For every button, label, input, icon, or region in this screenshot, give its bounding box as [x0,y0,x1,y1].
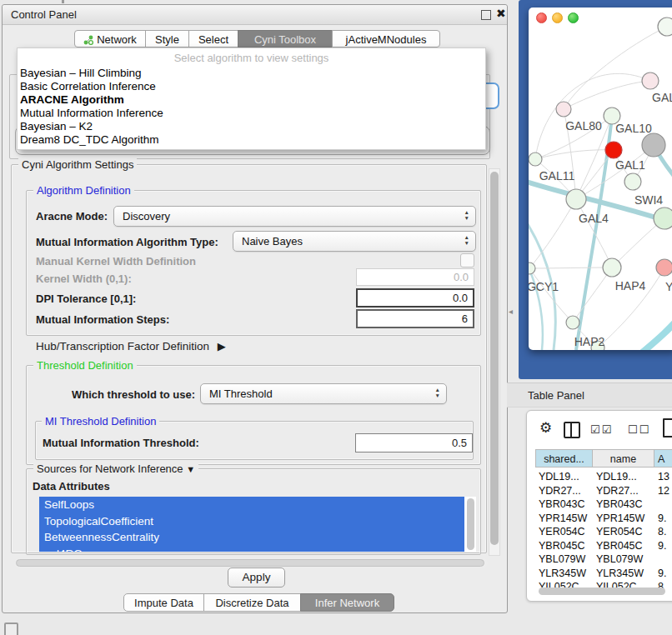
tab-impute-data[interactable]: Impute Data [123,593,204,612]
mi-steps-field[interactable]: 6 [356,309,474,328]
select-all-checks-icon[interactable]: ☑☑ [590,423,613,436]
aracne-mode-combo[interactable]: Discovery ▲▼ [113,206,476,227]
tab-cyni-toolbox[interactable]: Cyni Toolbox [238,30,333,48]
cell[interactable]: YBL079W [596,552,653,567]
cell[interactable]: YLR345W [596,567,653,581]
column-header-name[interactable]: name [592,449,654,468]
hub-section-toggle[interactable]: Hub/Transcription Factor Definition ▶ [36,340,226,352]
table-row[interactable]: YER054C YER054C 8. [535,525,672,539]
node-gal4[interactable] [566,189,586,209]
tab-style[interactable]: Style [145,30,189,48]
tab-select[interactable]: Select [188,30,238,48]
node-unlabeled-top[interactable] [658,18,672,36]
which-threshold-combo[interactable]: MI Threshold ▲▼ [200,383,447,404]
manual-kernel-label: Manual Kernel Width Definition [36,255,196,268]
expand-arrow-icon: ▶ [218,340,226,352]
list-item[interactable]: SelfLoops [39,497,464,513]
node-swi4[interactable] [654,208,672,229]
table-row[interactable]: YDR27... YDR27... 12 [535,484,672,498]
cell[interactable]: YDL19... [596,470,653,484]
cell[interactable]: 9. [658,567,672,581]
apply-button[interactable]: Apply [228,568,285,588]
node-gal11[interactable] [529,152,542,166]
tab-network[interactable]: Network [74,30,146,48]
cell[interactable]: YBR043C [539,498,590,512]
panel-divider-arrow[interactable]: ◂ [509,307,513,316]
list-item[interactable]: TopologicalCoefficient [39,513,464,530]
algorithm-dropdown-placeholder: Select algorithm to view settings [18,52,485,64]
cell[interactable]: YDR27... [596,484,653,498]
list-scrollbar[interactable] [467,498,474,550]
control-panel-titlebar: Control Panel ✖ [3,5,507,25]
sources-title-toggle[interactable]: Sources for Network Inference ▼ [33,462,198,475]
settings-horizontal-scrollbar-thumb[interactable] [16,559,484,567]
control-panel-window: Control Panel ✖ Network Style Select Cyn… [2,4,508,613]
cell[interactable]: 9. [658,512,672,526]
cell[interactable]: YBR045C [596,539,653,553]
cell[interactable]: YER054C [539,525,590,539]
table-row[interactable]: YBL079W YBL079W [535,552,672,567]
combo-stepper-icon: ▲▼ [435,387,440,398]
table-row[interactable]: YBR043C YBR043C [535,498,672,512]
node-hap2[interactable] [566,316,579,329]
tab-discretize-data[interactable]: Discretize Data [203,593,301,612]
tab-label: Infer Network [315,597,379,609]
float-window-icon[interactable] [481,10,491,20]
page-icon[interactable] [663,418,672,438]
dpi-tolerance-field[interactable]: 0.0 [356,288,474,308]
dropdown-item[interactable]: Bayesian – K2 [18,120,485,133]
node-gal-partial[interactable] [642,72,659,89]
dropdown-item[interactable]: Mutual Information Inference [18,107,485,120]
settings-vertical-scrollbar-thumb[interactable] [490,172,499,545]
close-icon[interactable]: ✖ [496,7,506,20]
node-hap4[interactable] [603,258,621,277]
cell[interactable]: 8. [658,525,672,539]
mi-algorithm-type-combo[interactable]: Naive Bayes ▲▼ [233,231,476,252]
table-row[interactable]: YPR145W YPR145W 9. [535,512,672,526]
column-header-partial[interactable]: A [654,449,672,468]
cell[interactable]: YBR045C [539,539,590,553]
manual-kernel-checkbox[interactable] [460,253,474,268]
cell[interactable]: YPR145W [596,512,653,526]
cell[interactable]: 13 [658,470,672,484]
node-pink-right[interactable] [656,259,672,276]
cell[interactable]: 12 [658,484,672,498]
cell[interactable]: YDL19... [539,470,590,484]
combo-stepper-icon: ▲▼ [464,209,469,221]
cell[interactable]: YDR27... [539,484,590,498]
node-selected-red[interactable] [605,142,622,158]
dropdown-item-selected[interactable]: ARACNE Algorithm [18,93,485,107]
cell[interactable]: YER054C [596,525,653,539]
dropdown-item[interactable]: Bayesian – Hill Climbing [18,67,485,80]
list-item[interactable]: BetweennessCentrality [39,529,464,546]
dock-panel-icon[interactable] [4,622,18,635]
algorithm-definition-title: Algorithm Definition [33,184,134,197]
cell[interactable]: 9. [658,539,672,553]
screen: Control Panel ✖ Network Style Select Cyn… [0,0,672,635]
node-gcy1[interactable] [529,262,535,274]
split-columns-icon[interactable] [564,422,580,438]
node-gal1[interactable] [624,173,641,190]
dropdown-item[interactable]: Basic Correlation Inference [18,80,485,93]
cell[interactable]: YLR345W [539,567,590,581]
node-gal80[interactable] [556,102,571,117]
table-horizontal-scrollbar[interactable] [539,588,665,595]
kernel-width-field[interactable]: 0.0 [356,268,474,286]
deselect-all-checks-icon[interactable]: ☐☐ [628,423,650,436]
table-row[interactable]: YDL19... YDL19... 13 [535,470,672,484]
cell[interactable]: YPR145W [539,512,590,526]
tab-jactivemnodules[interactable]: jActiveMNodules [332,30,440,48]
list-item[interactable]: gal4RGexp [39,546,464,552]
tab-infer-network[interactable]: Infer Network [300,593,394,612]
mi-threshold-field[interactable]: 0.5 [355,433,473,452]
cell[interactable]: YBL079W [539,552,590,567]
mi-algorithm-type-value: Naive Bayes [242,235,303,248]
combo-stepper-icon: ▲▼ [464,234,469,246]
column-header-shared-name[interactable]: shared... [535,449,593,468]
table-row[interactable]: YBR045C YBR045C 9. [535,539,672,553]
cell[interactable]: YBR043C [596,498,653,512]
table-row[interactable]: YLR345W YLR345W 9. [535,567,672,581]
gear-icon[interactable]: ⚙ [539,419,552,437]
node-gray[interactable] [642,133,665,157]
dropdown-item[interactable]: Dream8 DC_TDC Algorithm [18,133,485,147]
